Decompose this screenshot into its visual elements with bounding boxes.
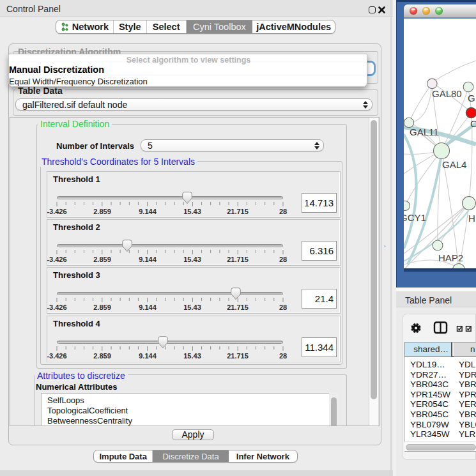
svg-text:H: H bbox=[468, 213, 475, 224]
svg-text:HAP2: HAP2 bbox=[438, 252, 463, 263]
svg-text:GAL11: GAL11 bbox=[410, 127, 439, 137]
svg-text:GCY1: GCY1 bbox=[404, 212, 426, 223]
svg-text:C: C bbox=[470, 118, 476, 129]
svg-text:G.: G. bbox=[468, 93, 476, 104]
svg-text:GAL80: GAL80 bbox=[432, 88, 462, 99]
svg-text:GAL4: GAL4 bbox=[442, 159, 466, 170]
